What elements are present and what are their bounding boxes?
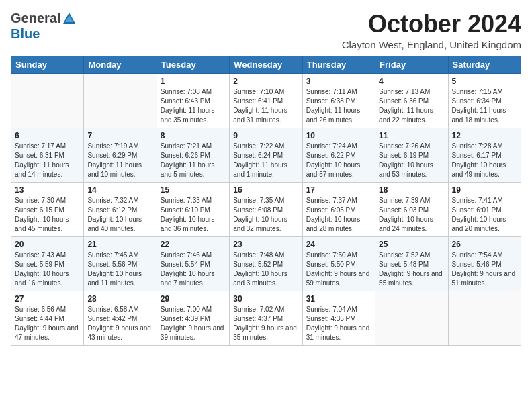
- calendar-cell: [11, 73, 84, 128]
- day-number: 3: [306, 77, 371, 86]
- weekday-header-thursday: Thursday: [302, 56, 375, 73]
- day-detail: Sunrise: 7:35 AM Sunset: 6:08 PM Dayligh…: [233, 196, 298, 234]
- day-detail: Sunrise: 7:26 AM Sunset: 6:19 PM Dayligh…: [379, 142, 444, 179]
- day-number: 13: [15, 185, 80, 195]
- day-number: 29: [161, 294, 226, 304]
- day-number: 15: [161, 185, 226, 195]
- day-detail: Sunrise: 7:13 AM Sunset: 6:36 PM Dayligh…: [379, 87, 444, 125]
- calendar-cell: 22Sunrise: 7:46 AM Sunset: 5:54 PM Dayli…: [157, 236, 229, 291]
- calendar-cell: 20Sunrise: 7:43 AM Sunset: 5:59 PM Dayli…: [11, 236, 84, 291]
- day-detail: Sunrise: 7:10 AM Sunset: 6:41 PM Dayligh…: [233, 87, 298, 125]
- calendar-cell: [84, 73, 157, 128]
- calendar-week-row: 20Sunrise: 7:43 AM Sunset: 5:59 PM Dayli…: [11, 236, 521, 291]
- day-detail: Sunrise: 7:52 AM Sunset: 5:48 PM Dayligh…: [379, 250, 444, 288]
- weekday-header-sunday: Sunday: [11, 56, 84, 73]
- calendar-cell: 7Sunrise: 7:19 AM Sunset: 6:29 PM Daylig…: [84, 128, 157, 182]
- day-detail: Sunrise: 7:48 AM Sunset: 5:52 PM Dayligh…: [233, 250, 298, 288]
- calendar-cell: [448, 291, 521, 345]
- location-text: Clayton West, England, United Kingdom: [342, 39, 521, 50]
- day-number: 28: [87, 294, 152, 304]
- day-number: 11: [379, 131, 444, 140]
- day-number: 22: [161, 240, 226, 249]
- calendar-cell: 8Sunrise: 7:21 AM Sunset: 6:26 PM Daylig…: [157, 128, 229, 182]
- day-detail: Sunrise: 7:19 AM Sunset: 6:29 PM Dayligh…: [87, 142, 152, 179]
- calendar-week-row: 6Sunrise: 7:17 AM Sunset: 6:31 PM Daylig…: [11, 128, 521, 182]
- day-number: 17: [306, 185, 371, 195]
- calendar-cell: 6Sunrise: 7:17 AM Sunset: 6:31 PM Daylig…: [11, 128, 84, 182]
- calendar-cell: 17Sunrise: 7:37 AM Sunset: 6:05 PM Dayli…: [302, 182, 375, 236]
- day-detail: Sunrise: 6:58 AM Sunset: 4:42 PM Dayligh…: [87, 305, 152, 342]
- weekday-header-friday: Friday: [375, 56, 448, 73]
- calendar-cell: 28Sunrise: 6:58 AM Sunset: 4:42 PM Dayli…: [84, 291, 157, 345]
- logo-general-text: General: [11, 11, 60, 26]
- day-number: 12: [452, 131, 517, 140]
- month-title: October 2024: [342, 11, 521, 38]
- day-detail: Sunrise: 7:08 AM Sunset: 6:43 PM Dayligh…: [161, 87, 226, 125]
- calendar-cell: 4Sunrise: 7:13 AM Sunset: 6:36 PM Daylig…: [375, 73, 448, 128]
- day-detail: Sunrise: 7:24 AM Sunset: 6:22 PM Dayligh…: [306, 142, 371, 179]
- calendar-cell: 15Sunrise: 7:33 AM Sunset: 6:10 PM Dayli…: [157, 182, 229, 236]
- day-detail: Sunrise: 7:37 AM Sunset: 6:05 PM Dayligh…: [306, 196, 371, 234]
- day-number: 19: [452, 185, 517, 195]
- day-detail: Sunrise: 6:56 AM Sunset: 4:44 PM Dayligh…: [15, 305, 80, 342]
- calendar-cell: 31Sunrise: 7:04 AM Sunset: 4:35 PM Dayli…: [302, 291, 375, 345]
- day-number: 24: [306, 240, 371, 249]
- calendar-cell: [375, 291, 448, 345]
- calendar-week-row: 27Sunrise: 6:56 AM Sunset: 4:44 PM Dayli…: [11, 291, 521, 345]
- logo: General Blue: [11, 11, 77, 42]
- logo-blue-text: Blue: [11, 26, 40, 42]
- calendar-week-row: 1Sunrise: 7:08 AM Sunset: 6:43 PM Daylig…: [11, 73, 521, 128]
- day-number: 25: [379, 240, 444, 249]
- day-detail: Sunrise: 7:43 AM Sunset: 5:59 PM Dayligh…: [15, 250, 80, 288]
- calendar-cell: 29Sunrise: 7:00 AM Sunset: 4:39 PM Dayli…: [157, 291, 229, 345]
- calendar-cell: 26Sunrise: 7:54 AM Sunset: 5:46 PM Dayli…: [448, 236, 521, 291]
- calendar-cell: 12Sunrise: 7:28 AM Sunset: 6:17 PM Dayli…: [448, 128, 521, 182]
- day-number: 21: [87, 240, 152, 249]
- calendar-cell: 24Sunrise: 7:50 AM Sunset: 5:50 PM Dayli…: [302, 236, 375, 291]
- calendar-cell: 3Sunrise: 7:11 AM Sunset: 6:38 PM Daylig…: [302, 73, 375, 128]
- day-number: 14: [87, 185, 152, 195]
- day-number: 5: [452, 77, 517, 86]
- day-number: 7: [87, 131, 152, 140]
- day-detail: Sunrise: 7:04 AM Sunset: 4:35 PM Dayligh…: [306, 305, 371, 342]
- day-number: 16: [233, 185, 298, 195]
- calendar-cell: 25Sunrise: 7:52 AM Sunset: 5:48 PM Dayli…: [375, 236, 448, 291]
- page-header: General Blue October 2024 Clayton West, …: [11, 11, 521, 50]
- calendar-cell: 18Sunrise: 7:39 AM Sunset: 6:03 PM Dayli…: [375, 182, 448, 236]
- day-detail: Sunrise: 7:22 AM Sunset: 6:24 PM Dayligh…: [233, 142, 298, 179]
- day-detail: Sunrise: 7:45 AM Sunset: 5:56 PM Dayligh…: [87, 250, 152, 288]
- day-detail: Sunrise: 7:21 AM Sunset: 6:26 PM Dayligh…: [161, 142, 226, 179]
- day-detail: Sunrise: 7:02 AM Sunset: 4:37 PM Dayligh…: [233, 305, 298, 342]
- calendar-cell: 1Sunrise: 7:08 AM Sunset: 6:43 PM Daylig…: [157, 73, 229, 128]
- weekday-header-wednesday: Wednesday: [230, 56, 302, 73]
- day-number: 2: [233, 77, 298, 86]
- calendar-cell: 27Sunrise: 6:56 AM Sunset: 4:44 PM Dayli…: [11, 291, 84, 345]
- day-detail: Sunrise: 7:50 AM Sunset: 5:50 PM Dayligh…: [306, 250, 371, 288]
- calendar-cell: 5Sunrise: 7:15 AM Sunset: 6:34 PM Daylig…: [448, 73, 521, 128]
- day-number: 31: [306, 294, 371, 304]
- weekday-header-tuesday: Tuesday: [157, 56, 229, 73]
- calendar-cell: 10Sunrise: 7:24 AM Sunset: 6:22 PM Dayli…: [302, 128, 375, 182]
- day-number: 27: [15, 294, 80, 304]
- calendar-table: SundayMondayTuesdayWednesdayThursdayFrid…: [11, 56, 521, 346]
- calendar-cell: 11Sunrise: 7:26 AM Sunset: 6:19 PM Dayli…: [375, 128, 448, 182]
- day-number: 1: [161, 77, 226, 86]
- weekday-header-monday: Monday: [84, 56, 157, 73]
- calendar-cell: 19Sunrise: 7:41 AM Sunset: 6:01 PM Dayli…: [448, 182, 521, 236]
- day-detail: Sunrise: 7:46 AM Sunset: 5:54 PM Dayligh…: [161, 250, 226, 288]
- day-number: 8: [161, 131, 226, 140]
- calendar-cell: 23Sunrise: 7:48 AM Sunset: 5:52 PM Dayli…: [230, 236, 302, 291]
- day-detail: Sunrise: 7:39 AM Sunset: 6:03 PM Dayligh…: [379, 196, 444, 234]
- calendar-cell: 14Sunrise: 7:32 AM Sunset: 6:12 PM Dayli…: [84, 182, 157, 236]
- calendar-cell: 13Sunrise: 7:30 AM Sunset: 6:15 PM Dayli…: [11, 182, 84, 236]
- day-detail: Sunrise: 7:00 AM Sunset: 4:39 PM Dayligh…: [161, 305, 226, 342]
- day-number: 18: [379, 185, 444, 195]
- day-number: 23: [233, 240, 298, 249]
- day-number: 6: [15, 131, 80, 140]
- logo-icon: [62, 11, 77, 26]
- day-number: 4: [379, 77, 444, 86]
- day-number: 30: [233, 294, 298, 304]
- day-detail: Sunrise: 7:41 AM Sunset: 6:01 PM Dayligh…: [452, 196, 517, 234]
- weekday-header-saturday: Saturday: [448, 56, 521, 73]
- day-detail: Sunrise: 7:33 AM Sunset: 6:10 PM Dayligh…: [161, 196, 226, 234]
